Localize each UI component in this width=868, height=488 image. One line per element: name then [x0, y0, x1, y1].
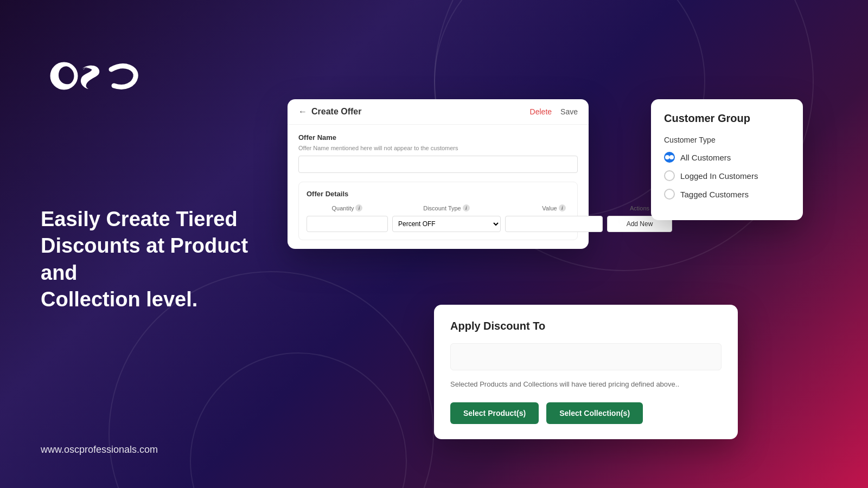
apply-discount-description: Selected Products and Collections will h…: [450, 379, 722, 390]
create-offer-card: ← Create Offer Delete Save Offer Name Of…: [288, 99, 589, 249]
card-title: Create Offer: [311, 107, 361, 117]
radio-logged-in-circle: [664, 170, 675, 181]
value-input[interactable]: [505, 216, 603, 232]
radio-tagged-customers[interactable]: Tagged Customers: [664, 189, 790, 200]
radio-dot: [665, 155, 669, 159]
value-info-icon: i: [559, 204, 566, 211]
offer-name-label: Offer Name: [298, 133, 578, 142]
company-logo: [41, 54, 149, 100]
card-header-left: ← Create Offer: [298, 107, 361, 117]
card-header: ← Create Offer Delete Save: [288, 99, 589, 125]
website-url: www.oscprofessionals.com: [41, 444, 158, 455]
customer-type-label: Customer Type: [664, 136, 790, 144]
select-collections-button[interactable]: Select Collection(s): [546, 402, 643, 424]
all-customers-label: All Customers: [680, 153, 731, 162]
save-button[interactable]: Save: [560, 107, 578, 116]
apply-discount-empty-box: [450, 343, 722, 370]
value-header: Value i: [505, 204, 603, 211]
bg-decoration-4: [190, 352, 407, 488]
radio-all-customers[interactable]: All Customers: [664, 152, 790, 163]
offer-name-section: Offer Name Offer Name mentioned here wil…: [298, 133, 578, 173]
apply-discount-card: Apply Discount To Selected Products and …: [434, 305, 738, 440]
back-button[interactable]: ←: [298, 107, 307, 117]
quantity-info-icon: i: [355, 204, 362, 211]
select-products-button[interactable]: Select Product(s): [450, 402, 539, 424]
discount-type-header: Discount Type i: [392, 204, 501, 211]
apply-discount-title: Apply Discount To: [450, 320, 722, 332]
radio-all-customers-circle: [664, 152, 675, 163]
table-header: Quantity i Discount Type i Value i Actio…: [307, 204, 570, 211]
quantity-header: Quantity i: [307, 204, 388, 211]
quantity-input[interactable]: [307, 216, 388, 232]
offer-details-label: Offer Details: [307, 190, 570, 198]
card-header-actions: Delete Save: [530, 107, 578, 116]
radio-tagged-circle: [664, 189, 675, 200]
tagged-customers-label: Tagged Customers: [680, 190, 749, 199]
tagline: Easily Create Tiered Discounts at Produc…: [41, 206, 279, 313]
apply-discount-buttons: Select Product(s) Select Collection(s): [450, 402, 722, 424]
table-row: Percent OFF Fixed Amount OFF Add New: [307, 216, 570, 232]
radio-logged-in-customers[interactable]: Logged In Customers: [664, 170, 790, 181]
customer-group-title: Customer Group: [664, 112, 790, 125]
offer-details-section: Offer Details Quantity i Discount Type i…: [298, 182, 578, 240]
customer-group-card: Customer Group Customer Type All Custome…: [651, 99, 803, 220]
delete-button[interactable]: Delete: [530, 107, 552, 116]
offer-name-sublabel: Offer Name mentioned here will not appea…: [298, 145, 578, 151]
discount-type-select[interactable]: Percent OFF Fixed Amount OFF: [392, 216, 501, 232]
logged-in-customers-label: Logged In Customers: [680, 171, 758, 181]
discount-type-info-icon: i: [463, 204, 470, 211]
offer-name-input[interactable]: [298, 156, 578, 173]
card-body: Offer Name Offer Name mentioned here wil…: [288, 125, 589, 249]
